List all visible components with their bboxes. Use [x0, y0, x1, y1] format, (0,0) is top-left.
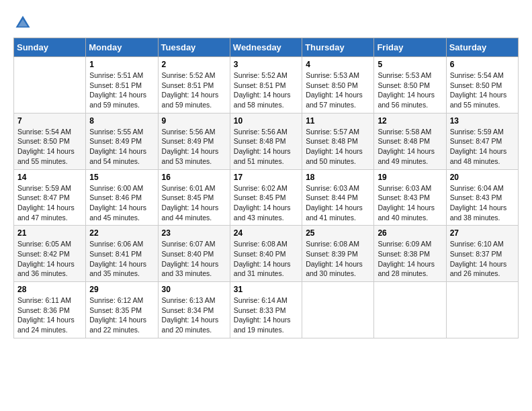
day-number: 28	[17, 285, 82, 294]
day-info: Sunrise: 5:56 AM Sunset: 8:48 PM Dayligh…	[234, 127, 298, 167]
day-info: Sunrise: 5:57 AM Sunset: 8:48 PM Dayligh…	[306, 127, 370, 167]
day-number: 18	[306, 173, 370, 182]
day-number: 16	[162, 173, 226, 182]
header-sunday: Sunday	[14, 38, 86, 57]
day-number: 31	[234, 285, 298, 294]
calendar-cell: 20Sunrise: 6:04 AM Sunset: 8:43 PM Dayli…	[446, 169, 518, 226]
day-info: Sunrise: 5:59 AM Sunset: 8:47 PM Dayligh…	[17, 183, 82, 223]
calendar-cell: 1Sunrise: 5:51 AM Sunset: 8:51 PM Daylig…	[86, 57, 158, 113]
calendar-cell: 30Sunrise: 6:13 AM Sunset: 8:34 PM Dayli…	[158, 282, 230, 338]
calendar-cell: 25Sunrise: 6:08 AM Sunset: 8:39 PM Dayli…	[302, 226, 374, 282]
calendar-cell: 11Sunrise: 5:57 AM Sunset: 8:48 PM Dayli…	[302, 113, 374, 169]
day-number: 26	[378, 228, 442, 238]
day-info: Sunrise: 6:01 AM Sunset: 8:45 PM Dayligh…	[162, 183, 226, 223]
day-number: 21	[17, 228, 82, 238]
calendar-cell: 7Sunrise: 5:54 AM Sunset: 8:50 PM Daylig…	[14, 113, 86, 169]
day-number: 10	[234, 116, 298, 126]
logo	[13, 13, 35, 32]
header-friday: Friday	[374, 38, 446, 57]
day-info: Sunrise: 5:54 AM Sunset: 8:50 PM Dayligh…	[450, 71, 515, 110]
header-saturday: Saturday	[446, 38, 518, 57]
day-info: Sunrise: 6:08 AM Sunset: 8:39 PM Dayligh…	[306, 239, 370, 279]
day-info: Sunrise: 6:10 AM Sunset: 8:37 PM Dayligh…	[450, 239, 515, 279]
calendar-cell: 24Sunrise: 6:08 AM Sunset: 8:40 PM Dayli…	[230, 226, 302, 282]
calendar-cell	[302, 282, 374, 338]
day-number: 14	[17, 173, 82, 182]
calendar-cell	[446, 282, 518, 338]
calendar-cell: 10Sunrise: 5:56 AM Sunset: 8:48 PM Dayli…	[230, 113, 302, 169]
calendar-cell: 27Sunrise: 6:10 AM Sunset: 8:37 PM Dayli…	[446, 226, 518, 282]
day-info: Sunrise: 6:04 AM Sunset: 8:43 PM Dayligh…	[450, 183, 515, 223]
calendar-cell: 17Sunrise: 6:02 AM Sunset: 8:45 PM Dayli…	[230, 169, 302, 226]
day-info: Sunrise: 6:08 AM Sunset: 8:40 PM Dayligh…	[234, 239, 298, 279]
day-number: 3	[234, 60, 298, 69]
logo-icon	[13, 13, 32, 32]
day-info: Sunrise: 5:55 AM Sunset: 8:49 PM Dayligh…	[89, 127, 154, 167]
calendar-cell: 26Sunrise: 6:09 AM Sunset: 8:38 PM Dayli…	[374, 226, 446, 282]
day-number: 5	[378, 60, 442, 69]
day-number: 2	[162, 60, 226, 69]
day-number: 17	[234, 173, 298, 182]
calendar-week-row: 28Sunrise: 6:11 AM Sunset: 8:36 PM Dayli…	[14, 282, 519, 338]
day-info: Sunrise: 5:56 AM Sunset: 8:49 PM Dayligh…	[162, 127, 226, 167]
day-number: 4	[306, 60, 370, 69]
page-header	[13, 13, 519, 32]
calendar-header-row: SundayMondayTuesdayWednesdayThursdayFrid…	[14, 38, 519, 57]
day-info: Sunrise: 5:53 AM Sunset: 8:50 PM Dayligh…	[306, 71, 370, 110]
day-info: Sunrise: 6:06 AM Sunset: 8:41 PM Dayligh…	[89, 239, 154, 279]
day-number: 13	[450, 116, 515, 126]
day-info: Sunrise: 6:02 AM Sunset: 8:45 PM Dayligh…	[234, 183, 298, 223]
calendar-table: SundayMondayTuesdayWednesdayThursdayFrid…	[13, 38, 519, 338]
calendar-cell: 21Sunrise: 6:05 AM Sunset: 8:42 PM Dayli…	[14, 226, 86, 282]
calendar-cell: 18Sunrise: 6:03 AM Sunset: 8:44 PM Dayli…	[302, 169, 374, 226]
calendar-week-row: 14Sunrise: 5:59 AM Sunset: 8:47 PM Dayli…	[14, 169, 519, 226]
day-info: Sunrise: 5:54 AM Sunset: 8:50 PM Dayligh…	[17, 127, 82, 167]
day-number: 8	[89, 116, 154, 126]
day-number: 9	[162, 116, 226, 126]
calendar-cell: 9Sunrise: 5:56 AM Sunset: 8:49 PM Daylig…	[158, 113, 230, 169]
day-number: 29	[89, 285, 154, 294]
day-number: 25	[306, 228, 370, 238]
day-number: 7	[17, 116, 82, 126]
day-info: Sunrise: 6:03 AM Sunset: 8:44 PM Dayligh…	[306, 183, 370, 223]
day-number: 30	[162, 285, 226, 294]
day-number: 12	[378, 116, 442, 126]
day-info: Sunrise: 6:13 AM Sunset: 8:34 PM Dayligh…	[162, 295, 226, 335]
calendar-cell: 22Sunrise: 6:06 AM Sunset: 8:41 PM Dayli…	[86, 226, 158, 282]
header-monday: Monday	[86, 38, 158, 57]
calendar-cell: 31Sunrise: 6:14 AM Sunset: 8:33 PM Dayli…	[230, 282, 302, 338]
calendar-cell: 6Sunrise: 5:54 AM Sunset: 8:50 PM Daylig…	[446, 57, 518, 113]
day-info: Sunrise: 6:11 AM Sunset: 8:36 PM Dayligh…	[17, 295, 82, 335]
day-info: Sunrise: 6:00 AM Sunset: 8:46 PM Dayligh…	[89, 183, 154, 223]
day-number: 19	[378, 173, 442, 182]
header-wednesday: Wednesday	[230, 38, 302, 57]
calendar-cell: 5Sunrise: 5:53 AM Sunset: 8:50 PM Daylig…	[374, 57, 446, 113]
day-number: 23	[162, 228, 226, 238]
calendar-week-row: 1Sunrise: 5:51 AM Sunset: 8:51 PM Daylig…	[14, 57, 519, 113]
day-info: Sunrise: 5:58 AM Sunset: 8:48 PM Dayligh…	[378, 127, 442, 167]
header-tuesday: Tuesday	[158, 38, 230, 57]
day-number: 22	[89, 228, 154, 238]
day-info: Sunrise: 5:53 AM Sunset: 8:50 PM Dayligh…	[378, 71, 442, 110]
calendar-cell: 14Sunrise: 5:59 AM Sunset: 8:47 PM Dayli…	[14, 169, 86, 226]
calendar-cell	[14, 57, 86, 113]
day-info: Sunrise: 6:07 AM Sunset: 8:40 PM Dayligh…	[162, 239, 226, 279]
calendar-cell: 4Sunrise: 5:53 AM Sunset: 8:50 PM Daylig…	[302, 57, 374, 113]
day-info: Sunrise: 6:03 AM Sunset: 8:43 PM Dayligh…	[378, 183, 442, 223]
calendar-cell: 16Sunrise: 6:01 AM Sunset: 8:45 PM Dayli…	[158, 169, 230, 226]
day-info: Sunrise: 6:05 AM Sunset: 8:42 PM Dayligh…	[17, 239, 82, 279]
calendar-week-row: 7Sunrise: 5:54 AM Sunset: 8:50 PM Daylig…	[14, 113, 519, 169]
day-info: Sunrise: 5:51 AM Sunset: 8:51 PM Dayligh…	[89, 71, 154, 110]
day-info: Sunrise: 6:12 AM Sunset: 8:35 PM Dayligh…	[89, 295, 154, 335]
day-info: Sunrise: 5:52 AM Sunset: 8:51 PM Dayligh…	[234, 71, 298, 110]
day-number: 20	[450, 173, 515, 182]
day-number: 6	[450, 60, 515, 69]
calendar-week-row: 21Sunrise: 6:05 AM Sunset: 8:42 PM Dayli…	[14, 226, 519, 282]
day-info: Sunrise: 5:52 AM Sunset: 8:51 PM Dayligh…	[162, 71, 226, 110]
day-number: 1	[89, 60, 154, 69]
day-number: 15	[89, 173, 154, 182]
day-number: 24	[234, 228, 298, 238]
calendar-cell: 28Sunrise: 6:11 AM Sunset: 8:36 PM Dayli…	[14, 282, 86, 338]
calendar-cell	[374, 282, 446, 338]
day-info: Sunrise: 5:59 AM Sunset: 8:47 PM Dayligh…	[450, 127, 515, 167]
